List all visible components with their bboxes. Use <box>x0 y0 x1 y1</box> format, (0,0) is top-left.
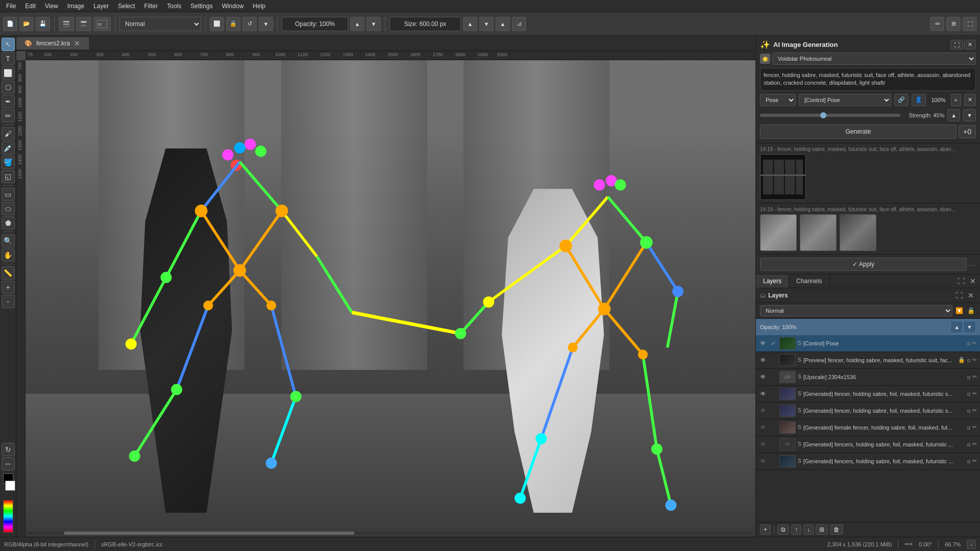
layer-check-gen-fencers-2[interactable] <box>769 457 777 465</box>
layer-vis-gen-1[interactable]: 👁 <box>759 390 767 398</box>
gen-thumb-large-1[interactable] <box>760 154 806 200</box>
pose-type-select[interactable]: Pose <box>760 94 796 106</box>
opacity-input[interactable] <box>282 17 348 31</box>
pose-layer-select[interactable]: [Control] Pose <box>799 94 891 106</box>
layer-item-gen-2[interactable]: 👁 S [Generated] fencer, holding sabre, f… <box>756 403 980 419</box>
layer-check-upscale[interactable] <box>769 373 777 381</box>
blend-mode-select[interactable]: Normal Multiply Screen Overlay <box>119 17 201 31</box>
layer-vis-preview[interactable]: 👁 <box>759 356 767 364</box>
layer-vis-gen-female[interactable]: 👁 <box>759 423 767 432</box>
pencil-tool[interactable]: ✏ <box>2 109 15 122</box>
open-file-btn[interactable]: 📂 <box>19 17 34 31</box>
generate-btn[interactable]: Generate <box>760 124 957 139</box>
layers-lock-alpha-btn[interactable]: 🔒 <box>966 306 976 315</box>
menu-select[interactable]: Select <box>114 2 139 11</box>
layers-expand-btn[interactable]: ⛶ <box>955 276 967 286</box>
layers-filter-btn[interactable]: 🔽 <box>954 306 964 315</box>
layer-item-preview[interactable]: 👁 S [Preview] fencer, holding sabre, mas… <box>756 352 980 369</box>
layer-check-gen-female[interactable] <box>769 423 777 432</box>
tab-layers[interactable]: Layers <box>756 274 789 288</box>
eraser-btn[interactable]: ⬜ <box>210 17 224 31</box>
more-options-btn[interactable]: ▼ <box>259 17 273 31</box>
save-file-btn[interactable]: 💾 <box>36 17 50 31</box>
menu-window[interactable]: Window <box>218 2 248 11</box>
maximize-btn[interactable]: ⛶ <box>963 17 977 31</box>
opacity-down-btn[interactable]: ▼ <box>366 17 381 31</box>
path-tool[interactable]: ✒ <box>2 95 15 108</box>
strength-up-btn[interactable]: ▲ <box>947 109 960 121</box>
fill-tool[interactable]: 🪣 <box>2 156 15 169</box>
canvas-tab-fencers2[interactable]: 🎨 fencers2.kra ✕ <box>16 37 89 49</box>
menu-settings[interactable]: Settings <box>186 2 216 11</box>
size-preset-btn[interactable]: ▲ <box>496 17 510 31</box>
pose-link-btn[interactable]: 🔗 <box>894 94 909 106</box>
model-select[interactable]: Voidstar Photosurreal <box>772 53 976 65</box>
new-file-btn[interactable]: 📄 <box>3 17 17 31</box>
eyedropper-tool[interactable]: 💉 <box>2 141 15 155</box>
layer-vis-gen-fencers-1[interactable]: 👁 <box>759 440 767 448</box>
h-scrollbar[interactable] <box>28 532 753 535</box>
add-layer-btn[interactable]: + <box>760 524 771 535</box>
menu-tools[interactable]: Tools <box>163 2 185 11</box>
status-zoom-out-btn[interactable]: - <box>967 540 976 549</box>
strength-down-btn[interactable]: ▼ <box>963 109 976 121</box>
rotate-cw-btn[interactable]: ↻ <box>2 443 15 456</box>
minus-btn[interactable]: - <box>2 295 15 308</box>
transform-tool[interactable]: ⬡ <box>2 81 15 94</box>
layer-check-control-pose[interactable]: ✓ <box>769 339 777 347</box>
brush-tool[interactable]: 🖌 <box>2 127 15 140</box>
generate-plus-btn[interactable]: +0 <box>959 125 976 138</box>
menu-edit[interactable]: Edit <box>21 2 40 11</box>
reload-btn[interactable]: ↺ <box>242 17 257 31</box>
merge-layers-btn[interactable]: ⊞ <box>816 524 828 535</box>
zoom-tool[interactable]: 🔍 <box>2 234 15 247</box>
layers-panel-expand-btn[interactable]: ⛶ <box>953 290 965 300</box>
layer-check-gen-fencers-1[interactable] <box>769 440 777 448</box>
layer-check-gen-2[interactable] <box>769 407 777 415</box>
menu-layer[interactable]: Layer <box>89 2 113 11</box>
size-input[interactable] <box>389 17 461 31</box>
layer-item-upscale[interactable]: 👁 UP S [Upscale] 2304x1536 α ✏ <box>756 369 980 386</box>
wrap-canvas-btn[interactable]: ⊞ <box>946 17 961 31</box>
layer-item-gen-fencers-1[interactable]: 👁 UI S [Generated] fencers, holding sabr… <box>756 436 980 453</box>
menu-help[interactable]: Help <box>249 2 270 11</box>
layer-item-gen-female[interactable]: 👁 S [Generated] female fencer, holding s… <box>756 419 980 436</box>
freehand-select-tool[interactable]: ⬟ <box>2 216 15 230</box>
gen-thumb-small-1[interactable] <box>760 214 797 251</box>
layer-vis-gen-fencers-2[interactable]: 👁 <box>759 457 767 465</box>
text-tool[interactable]: T <box>2 52 15 65</box>
background-color[interactable] <box>5 481 15 491</box>
pan-tool[interactable]: ✋ <box>2 248 15 262</box>
layer-item-gen-fencers-2[interactable]: 👁 S [Generated] fencers, holding sabre, … <box>756 453 980 470</box>
menu-filter[interactable]: Filter <box>140 2 162 11</box>
mirror-h-btn[interactable]: ⇔ <box>930 17 944 31</box>
layer-item-gen-1[interactable]: 👁 S [Generated] fencer, holding sabre, f… <box>756 386 980 403</box>
pose-scale-up-btn[interactable]: + <box>951 94 961 106</box>
brush-presets-btn[interactable] <box>59 17 74 31</box>
menu-view[interactable]: View <box>41 2 62 11</box>
ai-panel-close-btn[interactable]: ✕ <box>964 40 976 49</box>
delete-layer-btn[interactable]: 🗑 <box>830 524 843 535</box>
color-spectrum[interactable] <box>3 500 13 533</box>
ai-panel-expand-btn[interactable]: ⛶ <box>950 40 963 49</box>
gen-thumb-small-3[interactable] <box>840 214 876 251</box>
opacity-up-btn[interactable]: ▲ <box>350 17 364 31</box>
duplicate-layer-btn[interactable]: ⧉ <box>777 524 789 535</box>
cursor-tool[interactable]: ↖ <box>2 38 15 51</box>
flip-h-btn[interactable]: ↔ <box>2 457 15 470</box>
measure-tool[interactable]: 📏 <box>2 266 15 280</box>
size-up-btn[interactable]: ▲ <box>463 17 477 31</box>
layers-blend-select[interactable]: Normal Multiply Screen <box>760 305 952 316</box>
ellipse-select-tool[interactable]: ⬭ <box>2 202 15 215</box>
layer-item-control-pose[interactable]: 👁 ✓ S [Control] Pose α ✏ <box>756 335 980 352</box>
canvas-close-btn[interactable]: ✕ <box>74 39 80 47</box>
layer-check-preview[interactable] <box>769 356 777 364</box>
gen-thumb-small-2[interactable] <box>800 214 837 251</box>
move-layer-up-btn[interactable]: ↑ <box>791 524 801 535</box>
crop-tool[interactable]: ⬜ <box>2 66 15 80</box>
pose-close-btn[interactable]: ✕ <box>964 94 976 106</box>
opacity-spin-up[interactable]: ▲ <box>950 321 963 333</box>
wrap-mode-btn[interactable]: w <box>93 17 111 31</box>
layer-check-gen-1[interactable] <box>769 390 777 398</box>
brush-options-btn[interactable] <box>76 17 91 31</box>
